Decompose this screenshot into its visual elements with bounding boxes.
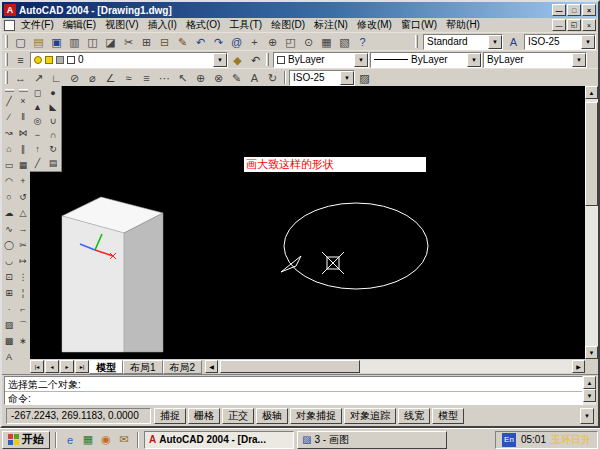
dimension-style-icon[interactable]: ▨ (356, 70, 373, 86)
menu-view[interactable]: 视图(V) (101, 18, 142, 32)
scroll-up-icon[interactable]: ▲ (585, 86, 598, 99)
rotate-icon[interactable]: ↺ (17, 190, 30, 205)
help-icon[interactable]: ? (354, 34, 371, 50)
baseline-dimension-icon[interactable]: ≡ (138, 70, 155, 86)
layer-previous-icon[interactable]: ↶ (247, 52, 264, 68)
color-combo[interactable]: ByLayer ▼ (273, 52, 369, 68)
cone-icon[interactable]: ▲ (30, 100, 45, 114)
line-icon[interactable]: ╱ (3, 94, 16, 109)
zoom-realtime-icon[interactable]: ⊕ (264, 34, 281, 50)
media-player-icon[interactable]: ◉ (98, 432, 114, 448)
toolbar-grip[interactable] (5, 89, 14, 92)
zoom-previous-icon[interactable]: ⊙ (300, 34, 317, 50)
menu-format[interactable]: 格式(O) (182, 18, 224, 32)
chevron-down-icon[interactable]: ▼ (581, 35, 595, 49)
fillet-icon[interactable]: ⌒ (17, 318, 30, 333)
ellipse-icon[interactable]: ◯ (3, 238, 16, 253)
doc-minimize-button[interactable]: — (552, 19, 566, 31)
tab-layout2[interactable]: 布局2 (163, 360, 203, 374)
undo-icon[interactable]: ↶ (192, 34, 209, 50)
properties-icon[interactable]: ▦ (318, 34, 335, 50)
redo-icon[interactable]: ↷ (210, 34, 227, 50)
tab-next-button[interactable]: ▸ (60, 360, 74, 373)
hyperlink-icon[interactable]: @ (228, 34, 245, 50)
toolbar-grip[interactable] (5, 71, 8, 84)
tolerance-icon[interactable]: ⊕ (192, 70, 209, 86)
chamfer-icon[interactable]: ⌐ (17, 302, 30, 317)
grid-button[interactable]: 栅格 (188, 408, 220, 424)
drawing-canvas[interactable]: 画大致这样的形状 (30, 86, 585, 359)
new-icon[interactable]: ▢ (12, 34, 29, 50)
menu-window[interactable]: 窗口(W) (397, 18, 441, 32)
toolbar-grip[interactable] (266, 53, 269, 66)
diameter-dimension-icon[interactable]: ⌀ (84, 70, 101, 86)
chevron-down-icon[interactable]: ▼ (213, 53, 227, 67)
model-button[interactable]: 模型 (432, 408, 464, 424)
slice-icon[interactable]: ╱ (30, 156, 45, 170)
task-autocad[interactable]: A AutoCAD 2004 - [Dra... (144, 431, 294, 449)
copy-object-icon[interactable]: ‖ (17, 110, 30, 125)
torus-icon[interactable]: ◎ (30, 114, 45, 128)
circle-icon[interactable]: ○ (3, 190, 16, 205)
mirror-icon[interactable]: ⋈ (17, 126, 30, 141)
spline-icon[interactable]: ∿ (3, 222, 16, 237)
rectangle-icon[interactable]: ▭ (3, 158, 16, 173)
ortho-button[interactable]: 正交 (222, 408, 254, 424)
close-button[interactable]: × (582, 4, 596, 16)
hatch-icon[interactable]: ▨ (3, 318, 16, 333)
paste-icon[interactable]: ⊟ (156, 34, 173, 50)
ordinate-dimension-icon[interactable]: ∟ (48, 70, 65, 86)
menu-dimension[interactable]: 标注(N) (310, 18, 352, 32)
designcenter-icon[interactable]: ▧ (336, 34, 353, 50)
clock[interactable]: 05:01 (521, 434, 546, 445)
radius-dimension-icon[interactable]: ⊘ (66, 70, 83, 86)
dimension-style-combo[interactable]: ISO-25 ▼ (289, 70, 355, 86)
menu-tools[interactable]: 工具(T) (225, 18, 266, 32)
text-style-icon[interactable]: A (505, 34, 522, 50)
match-properties-icon[interactable]: ✎ (174, 34, 191, 50)
snap-button[interactable]: 捕捉 (154, 408, 186, 424)
extrude-icon[interactable]: ↑ (30, 142, 45, 156)
dimension-edit-icon[interactable]: ✎ (228, 70, 245, 86)
status-menu-icon[interactable]: ▼ (580, 408, 594, 424)
scroll-down-icon[interactable]: ▼ (585, 346, 598, 359)
command-scrollbar[interactable]: ▲ ▼ (583, 376, 596, 405)
chevron-down-icon[interactable]: ▼ (340, 71, 354, 85)
menu-help[interactable]: 帮助(H) (442, 18, 484, 32)
vertical-scrollbar[interactable]: ▲ ▼ (585, 86, 598, 359)
osnap-button[interactable]: 对象捕捉 (290, 408, 342, 424)
start-button[interactable]: 开始 (2, 431, 50, 449)
scroll-left-icon[interactable]: ◀ (205, 360, 218, 373)
center-mark-icon[interactable]: ⊗ (210, 70, 227, 86)
tab-prev-button[interactable]: ◂ (45, 360, 59, 373)
array-icon[interactable]: ▦ (17, 158, 30, 173)
toolbar-grip[interactable] (5, 53, 8, 66)
point-icon[interactable]: ∙ (3, 302, 16, 317)
arc-icon[interactable]: ◠ (3, 174, 16, 189)
copy-icon[interactable]: ⊞ (138, 34, 155, 50)
lineweight-combo[interactable]: ByLayer ▼ (483, 52, 587, 68)
aligned-dimension-icon[interactable]: ↗ (30, 70, 47, 86)
dimension-update-icon[interactable]: ↻ (264, 70, 281, 86)
maximize-button[interactable]: □ (567, 4, 581, 16)
dimension-text-edit-icon[interactable]: A (246, 70, 263, 86)
vertical-scroll-thumb[interactable] (585, 102, 598, 206)
scroll-down-icon[interactable]: ▼ (583, 389, 596, 402)
internet-explorer-icon[interactable]: e (62, 432, 78, 448)
wedge-icon[interactable]: ◣ (46, 100, 61, 114)
cut-icon[interactable]: ✂ (120, 34, 137, 50)
mtext-annotation[interactable]: 画大致这样的形状 (244, 157, 426, 172)
quick-dimension-icon[interactable]: ≈ (120, 70, 137, 86)
task-paint[interactable]: ▨ 3 - 画图 (297, 431, 447, 449)
mtext-icon[interactable]: A (3, 350, 16, 365)
box-icon[interactable]: ◻ (30, 86, 45, 100)
trim-icon[interactable]: ✂ (17, 238, 30, 253)
scale-icon[interactable]: △ (17, 206, 30, 221)
make-block-icon[interactable]: ⊞ (3, 286, 16, 301)
polyline-icon[interactable]: ↝ (3, 126, 16, 141)
doc-close-button[interactable]: × (582, 19, 596, 31)
menu-modify[interactable]: 修改(M) (353, 18, 396, 32)
explode-icon[interactable]: ∗ (17, 334, 30, 349)
plot-icon[interactable]: ▥ (66, 34, 83, 50)
plot-preview-icon[interactable]: ◫ (84, 34, 101, 50)
